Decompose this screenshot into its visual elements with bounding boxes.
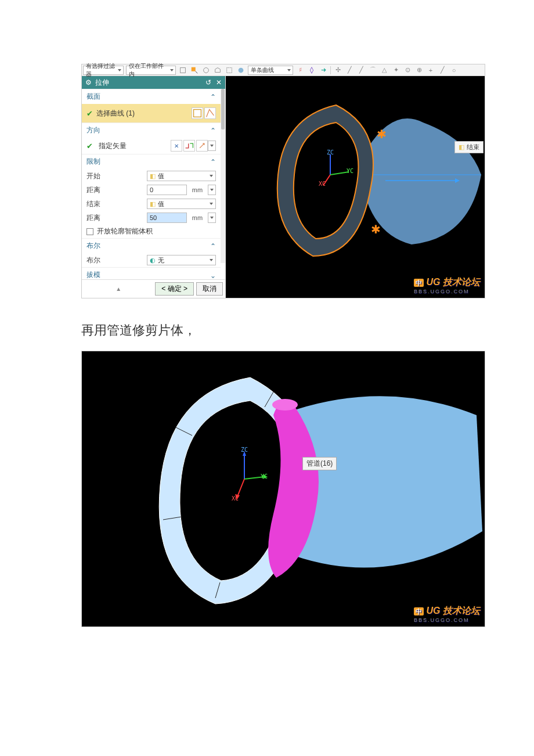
open-profile-label: 开放轮廓智能体积 xyxy=(97,226,153,236)
snap-center-icon[interactable]: ⊙ xyxy=(403,66,412,75)
cancel-button[interactable]: 取消 xyxy=(196,282,223,296)
top-toolbar: 有选择过滤器 仅在工作部件内 单条曲线 ♯ ➜ ✢ ╱ ╱ ⌒ △ ✦ ⊙ ⊕ … xyxy=(82,64,485,76)
extrude-panel: ⚙ 拉伸 ↺ ✕ 截面 ⌃ ✔ 选择曲线 (1) xyxy=(82,76,226,298)
snap-node-icon[interactable]: ✦ xyxy=(391,66,400,75)
endpoint-marker-icon: ✱ xyxy=(377,127,387,141)
toolbar-icon-1[interactable] xyxy=(178,66,187,75)
toolbar-icon-3[interactable] xyxy=(201,66,211,75)
watermark: 中 UG 技术论坛 BBS.UGGO.COM xyxy=(414,605,480,623)
wcs-triad: ZC YC XC xyxy=(227,450,262,485)
cube-icon: ◧ xyxy=(459,143,464,151)
wcs-triad: ZC YC XC xyxy=(319,152,353,186)
toolbar-icon-6[interactable] xyxy=(236,66,246,75)
curve-dropdown[interactable]: 单条曲线 xyxy=(248,66,293,75)
svg-rect-1 xyxy=(192,67,196,71)
chevron-down-icon: ⌃ xyxy=(210,271,216,279)
check-icon: ✔ xyxy=(86,109,93,118)
watermark: 中 UG 技术论坛 BBS.UGGO.COM xyxy=(414,276,480,294)
endpoint-marker-icon: ✱ xyxy=(371,222,381,236)
sketch-icon[interactable] xyxy=(192,107,203,119)
reset-icon[interactable]: ↺ xyxy=(205,78,211,87)
vector-method-dropdown[interactable] xyxy=(208,141,216,151)
feature-tooltip: 管道(16) xyxy=(302,457,337,470)
graphics-view[interactable]: ✱ ✱ ZC YC XC xyxy=(226,76,485,298)
snap-quad-icon[interactable]: △ xyxy=(380,66,389,75)
svg-point-17 xyxy=(272,399,298,411)
section-draft[interactable]: 拔模 ⌃ xyxy=(82,267,221,279)
distance2-input[interactable]: 50 xyxy=(147,213,187,223)
open-profile-checkbox[interactable] xyxy=(86,228,93,235)
end-drag-handle[interactable]: ◧ 结束 xyxy=(454,141,484,153)
specify-vector-row[interactable]: ✔ 指定矢量 ✕ xyxy=(82,138,221,154)
screenshot-trim-result: 管道(16) ZC YC XC 中 UG 技术论坛 BBS.UGGO.COM xyxy=(81,351,485,627)
boolean-label: 布尔 xyxy=(86,255,145,265)
check-icon: ✔ xyxy=(86,142,93,150)
snap-int-icon[interactable]: ⊕ xyxy=(414,66,424,75)
snap-icon-3[interactable]: ➜ xyxy=(319,66,328,75)
panel-title-text: 拉伸 xyxy=(95,78,109,88)
boolean-select[interactable]: ◐无 xyxy=(147,255,216,265)
snap-tan-icon[interactable]: ⌒ xyxy=(368,66,377,75)
distance1-input[interactable]: 0 xyxy=(147,185,187,195)
distance2-unit-dropdown[interactable] xyxy=(208,213,216,223)
curve-rule-icon[interactable] xyxy=(204,107,216,119)
specify-vector-label: 指定矢量 xyxy=(99,141,127,151)
unit-label: mm xyxy=(189,214,205,221)
section-limits[interactable]: 限制 ⌃ xyxy=(82,154,221,169)
snap-end-icon[interactable]: ✢ xyxy=(333,66,342,75)
panel-footer: ▲ < 确定 > 取消 xyxy=(82,279,225,298)
snap-grid-icon[interactable]: ♯ xyxy=(295,66,305,75)
vector-dialog-icon[interactable]: ✕ xyxy=(171,140,182,152)
svg-rect-5 xyxy=(194,110,201,117)
scope-dropdown[interactable]: 仅在工作部件内 xyxy=(126,66,176,75)
section-direction[interactable]: 方向 ⌃ xyxy=(82,123,221,138)
collapse-up-icon[interactable]: ▲ xyxy=(84,286,153,292)
section-section[interactable]: 截面 ⌃ xyxy=(82,89,221,104)
gear-icon[interactable]: ⚙ xyxy=(85,78,92,87)
close-icon[interactable]: ✕ xyxy=(216,78,222,87)
caption-text: 再用管道修剪片体， xyxy=(81,322,534,339)
chevron-up-icon: ⌃ xyxy=(210,158,216,166)
toolbar-icon-4[interactable] xyxy=(213,66,222,75)
chevron-up-icon: ⌃ xyxy=(210,127,216,135)
direction-arrow xyxy=(385,175,461,186)
svg-line-22 xyxy=(237,479,244,496)
start-label: 开始 xyxy=(86,171,145,181)
snap-mid-icon[interactable]: ╱ xyxy=(345,66,354,75)
filter-dropdown[interactable]: 有选择过滤器 xyxy=(83,66,124,75)
vector-autodirection-icon[interactable] xyxy=(196,140,208,152)
snap-last-icon[interactable]: ○ xyxy=(449,66,459,75)
end-label: 结束 xyxy=(86,199,145,209)
svg-point-2 xyxy=(204,67,209,73)
svg-point-4 xyxy=(239,67,244,73)
svg-marker-8 xyxy=(455,178,460,183)
section-boolean[interactable]: 布尔 ⌃ xyxy=(82,238,221,253)
start-type-select[interactable]: ◧值 xyxy=(147,171,216,181)
svg-rect-3 xyxy=(227,67,232,73)
distance1-unit-dropdown[interactable] xyxy=(208,185,216,195)
screenshot-extrude-dialog: 有选择过滤器 仅在工作部件内 单条曲线 ♯ ➜ ✢ ╱ ╱ ⌒ △ ✦ ⊙ ⊕ … xyxy=(81,64,485,298)
end-type-select[interactable]: ◧值 xyxy=(147,199,216,209)
toolbar-icon-2[interactable] xyxy=(190,66,199,75)
distance1-label: 距离 xyxy=(86,185,145,195)
vector-reverse-icon[interactable] xyxy=(183,140,195,152)
chevron-up-icon: ⌃ xyxy=(210,242,216,250)
unit-label: mm xyxy=(189,186,205,193)
distance2-label: 距离 xyxy=(86,213,145,223)
select-curve-label: 选择曲线 (1) xyxy=(96,109,135,118)
toolbar-icon-5[interactable] xyxy=(225,66,234,75)
snap-plus-icon[interactable]: + xyxy=(426,66,435,75)
panel-scrollbar[interactable] xyxy=(221,89,225,263)
chevron-up-icon: ⌃ xyxy=(210,93,216,101)
ok-button[interactable]: < 确定 > xyxy=(155,282,194,296)
snap-curve-icon[interactable]: ╱ xyxy=(438,66,447,75)
snap-icon-2[interactable] xyxy=(307,66,316,75)
select-curve-row[interactable]: ✔ 选择曲线 (1) xyxy=(82,104,221,123)
svg-rect-0 xyxy=(181,67,186,73)
tube-body xyxy=(262,398,331,584)
snap-perp-icon[interactable]: ╱ xyxy=(356,66,366,75)
